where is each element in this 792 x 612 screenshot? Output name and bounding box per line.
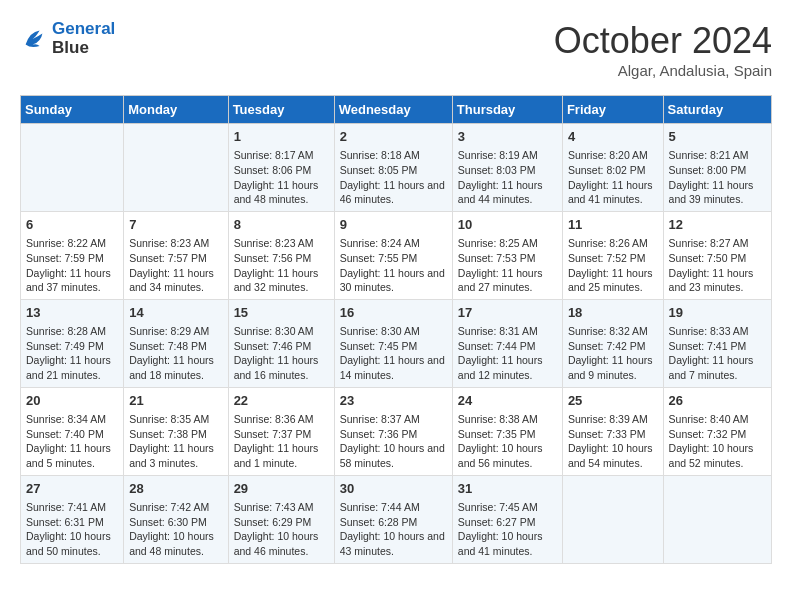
- calendar-cell: 10Sunrise: 8:25 AM Sunset: 7:53 PM Dayli…: [452, 211, 562, 299]
- day-number: 9: [340, 216, 447, 234]
- calendar-cell: 11Sunrise: 8:26 AM Sunset: 7:52 PM Dayli…: [562, 211, 663, 299]
- cell-info: Sunrise: 8:22 AM Sunset: 7:59 PM Dayligh…: [26, 236, 118, 295]
- day-number: 2: [340, 128, 447, 146]
- day-number: 25: [568, 392, 658, 410]
- calendar-cell: 25Sunrise: 8:39 AM Sunset: 7:33 PM Dayli…: [562, 387, 663, 475]
- calendar-cell: [21, 124, 124, 212]
- calendar-cell: 4Sunrise: 8:20 AM Sunset: 8:02 PM Daylig…: [562, 124, 663, 212]
- logo: General Blue: [20, 20, 115, 57]
- day-header-saturday: Saturday: [663, 96, 771, 124]
- cell-info: Sunrise: 8:29 AM Sunset: 7:48 PM Dayligh…: [129, 324, 222, 383]
- calendar-body: 1Sunrise: 8:17 AM Sunset: 8:06 PM Daylig…: [21, 124, 772, 564]
- day-number: 1: [234, 128, 329, 146]
- calendar-week-4: 20Sunrise: 8:34 AM Sunset: 7:40 PM Dayli…: [21, 387, 772, 475]
- calendar-cell: 30Sunrise: 7:44 AM Sunset: 6:28 PM Dayli…: [334, 475, 452, 563]
- calendar-cell: 9Sunrise: 8:24 AM Sunset: 7:55 PM Daylig…: [334, 211, 452, 299]
- cell-info: Sunrise: 8:23 AM Sunset: 7:57 PM Dayligh…: [129, 236, 222, 295]
- calendar-cell: 24Sunrise: 8:38 AM Sunset: 7:35 PM Dayli…: [452, 387, 562, 475]
- day-number: 12: [669, 216, 766, 234]
- calendar-cell: 14Sunrise: 8:29 AM Sunset: 7:48 PM Dayli…: [124, 299, 228, 387]
- calendar-cell: 18Sunrise: 8:32 AM Sunset: 7:42 PM Dayli…: [562, 299, 663, 387]
- calendar-cell: 17Sunrise: 8:31 AM Sunset: 7:44 PM Dayli…: [452, 299, 562, 387]
- day-number: 21: [129, 392, 222, 410]
- cell-info: Sunrise: 7:44 AM Sunset: 6:28 PM Dayligh…: [340, 500, 447, 559]
- calendar-cell: 22Sunrise: 8:36 AM Sunset: 7:37 PM Dayli…: [228, 387, 334, 475]
- calendar-cell: 7Sunrise: 8:23 AM Sunset: 7:57 PM Daylig…: [124, 211, 228, 299]
- day-number: 24: [458, 392, 557, 410]
- cell-info: Sunrise: 8:37 AM Sunset: 7:36 PM Dayligh…: [340, 412, 447, 471]
- cell-info: Sunrise: 8:35 AM Sunset: 7:38 PM Dayligh…: [129, 412, 222, 471]
- day-number: 8: [234, 216, 329, 234]
- cell-info: Sunrise: 8:39 AM Sunset: 7:33 PM Dayligh…: [568, 412, 658, 471]
- cell-info: Sunrise: 8:40 AM Sunset: 7:32 PM Dayligh…: [669, 412, 766, 471]
- day-number: 27: [26, 480, 118, 498]
- day-number: 26: [669, 392, 766, 410]
- cell-info: Sunrise: 8:28 AM Sunset: 7:49 PM Dayligh…: [26, 324, 118, 383]
- cell-info: Sunrise: 8:38 AM Sunset: 7:35 PM Dayligh…: [458, 412, 557, 471]
- day-number: 17: [458, 304, 557, 322]
- location: Algar, Andalusia, Spain: [554, 62, 772, 79]
- calendar-cell: [663, 475, 771, 563]
- cell-info: Sunrise: 8:21 AM Sunset: 8:00 PM Dayligh…: [669, 148, 766, 207]
- calendar-table: SundayMondayTuesdayWednesdayThursdayFrid…: [20, 95, 772, 564]
- calendar-cell: 26Sunrise: 8:40 AM Sunset: 7:32 PM Dayli…: [663, 387, 771, 475]
- day-header-friday: Friday: [562, 96, 663, 124]
- calendar-cell: 27Sunrise: 7:41 AM Sunset: 6:31 PM Dayli…: [21, 475, 124, 563]
- title-block: October 2024 Algar, Andalusia, Spain: [554, 20, 772, 79]
- day-number: 29: [234, 480, 329, 498]
- logo-icon: [20, 25, 48, 53]
- cell-info: Sunrise: 8:31 AM Sunset: 7:44 PM Dayligh…: [458, 324, 557, 383]
- calendar-cell: 21Sunrise: 8:35 AM Sunset: 7:38 PM Dayli…: [124, 387, 228, 475]
- cell-info: Sunrise: 8:17 AM Sunset: 8:06 PM Dayligh…: [234, 148, 329, 207]
- day-number: 20: [26, 392, 118, 410]
- calendar-cell: 29Sunrise: 7:43 AM Sunset: 6:29 PM Dayli…: [228, 475, 334, 563]
- cell-info: Sunrise: 8:25 AM Sunset: 7:53 PM Dayligh…: [458, 236, 557, 295]
- calendar-cell: 28Sunrise: 7:42 AM Sunset: 6:30 PM Dayli…: [124, 475, 228, 563]
- cell-info: Sunrise: 7:45 AM Sunset: 6:27 PM Dayligh…: [458, 500, 557, 559]
- calendar-cell: [562, 475, 663, 563]
- cell-info: Sunrise: 7:42 AM Sunset: 6:30 PM Dayligh…: [129, 500, 222, 559]
- day-number: 23: [340, 392, 447, 410]
- day-header-wednesday: Wednesday: [334, 96, 452, 124]
- calendar-cell: 8Sunrise: 8:23 AM Sunset: 7:56 PM Daylig…: [228, 211, 334, 299]
- cell-info: Sunrise: 8:34 AM Sunset: 7:40 PM Dayligh…: [26, 412, 118, 471]
- day-number: 10: [458, 216, 557, 234]
- cell-info: Sunrise: 8:20 AM Sunset: 8:02 PM Dayligh…: [568, 148, 658, 207]
- day-header-sunday: Sunday: [21, 96, 124, 124]
- calendar-week-5: 27Sunrise: 7:41 AM Sunset: 6:31 PM Dayli…: [21, 475, 772, 563]
- cell-info: Sunrise: 8:30 AM Sunset: 7:46 PM Dayligh…: [234, 324, 329, 383]
- calendar-header-row: SundayMondayTuesdayWednesdayThursdayFrid…: [21, 96, 772, 124]
- cell-info: Sunrise: 8:27 AM Sunset: 7:50 PM Dayligh…: [669, 236, 766, 295]
- page-header: General Blue October 2024 Algar, Andalus…: [20, 20, 772, 79]
- cell-info: Sunrise: 8:30 AM Sunset: 7:45 PM Dayligh…: [340, 324, 447, 383]
- cell-info: Sunrise: 8:19 AM Sunset: 8:03 PM Dayligh…: [458, 148, 557, 207]
- calendar-cell: 15Sunrise: 8:30 AM Sunset: 7:46 PM Dayli…: [228, 299, 334, 387]
- calendar-week-3: 13Sunrise: 8:28 AM Sunset: 7:49 PM Dayli…: [21, 299, 772, 387]
- day-number: 18: [568, 304, 658, 322]
- calendar-cell: [124, 124, 228, 212]
- day-number: 19: [669, 304, 766, 322]
- day-number: 6: [26, 216, 118, 234]
- calendar-cell: 31Sunrise: 7:45 AM Sunset: 6:27 PM Dayli…: [452, 475, 562, 563]
- day-number: 3: [458, 128, 557, 146]
- day-number: 31: [458, 480, 557, 498]
- month-title: October 2024: [554, 20, 772, 62]
- logo-text: General Blue: [52, 20, 115, 57]
- day-header-thursday: Thursday: [452, 96, 562, 124]
- day-number: 28: [129, 480, 222, 498]
- calendar-cell: 6Sunrise: 8:22 AM Sunset: 7:59 PM Daylig…: [21, 211, 124, 299]
- day-number: 14: [129, 304, 222, 322]
- calendar-cell: 3Sunrise: 8:19 AM Sunset: 8:03 PM Daylig…: [452, 124, 562, 212]
- day-number: 22: [234, 392, 329, 410]
- calendar-cell: 1Sunrise: 8:17 AM Sunset: 8:06 PM Daylig…: [228, 124, 334, 212]
- day-number: 11: [568, 216, 658, 234]
- cell-info: Sunrise: 8:26 AM Sunset: 7:52 PM Dayligh…: [568, 236, 658, 295]
- cell-info: Sunrise: 7:41 AM Sunset: 6:31 PM Dayligh…: [26, 500, 118, 559]
- calendar-cell: 12Sunrise: 8:27 AM Sunset: 7:50 PM Dayli…: [663, 211, 771, 299]
- cell-info: Sunrise: 8:33 AM Sunset: 7:41 PM Dayligh…: [669, 324, 766, 383]
- day-number: 30: [340, 480, 447, 498]
- calendar-cell: 2Sunrise: 8:18 AM Sunset: 8:05 PM Daylig…: [334, 124, 452, 212]
- cell-info: Sunrise: 8:18 AM Sunset: 8:05 PM Dayligh…: [340, 148, 447, 207]
- day-number: 4: [568, 128, 658, 146]
- day-number: 5: [669, 128, 766, 146]
